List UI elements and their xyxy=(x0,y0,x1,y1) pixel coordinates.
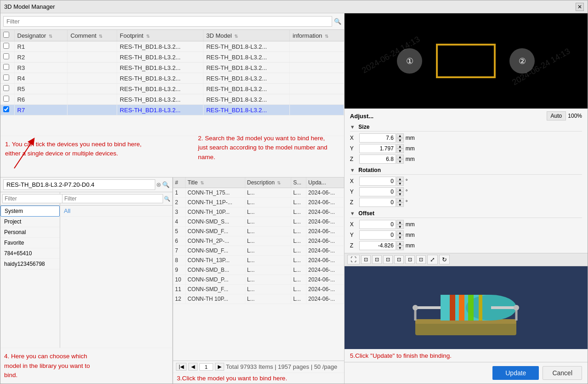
title-bar: 3D Model Manager ✕ xyxy=(0,0,588,13)
off-x-up[interactable]: ▲ xyxy=(396,220,404,224)
search-go-icon[interactable]: 🔍 xyxy=(162,181,170,188)
result-row[interactable]: 6 CONN-TH_2P-... L... L... 2024-06-... xyxy=(173,236,344,246)
result-upd: 2024-06-... xyxy=(306,294,344,304)
rot-x-input[interactable] xyxy=(359,177,396,186)
filter-input[interactable] xyxy=(3,16,332,27)
offset-collapse-arrow[interactable]: ▼ xyxy=(350,211,355,216)
result-row[interactable]: 1 CONN-TH_175... L... L... 2024-06-... xyxy=(173,188,344,198)
page-number-input[interactable] xyxy=(199,363,213,371)
fullscreen-btn[interactable]: ⛶ xyxy=(347,255,360,264)
search-clear-icon[interactable]: ⊗ xyxy=(156,181,161,188)
result-row[interactable]: 5 CONN-SMD_F... L... L... 2024-06-... xyxy=(173,227,344,236)
result-row[interactable]: 11 CONN-SMD_F... L... L... 2024-06-... xyxy=(173,285,344,294)
size-x-up[interactable]: ▲ xyxy=(396,133,404,138)
off-z-input[interactable] xyxy=(359,241,396,250)
select-all-checkbox[interactable] xyxy=(3,32,9,38)
result-desc: L... xyxy=(245,207,291,217)
size-collapse-arrow[interactable]: ▼ xyxy=(350,124,355,130)
result-upd: 2024-06-... xyxy=(306,198,344,207)
cancel-button[interactable]: Cancel xyxy=(543,366,582,380)
refresh-btn[interactable]: ↻ xyxy=(439,255,450,264)
subcat-filter-input[interactable] xyxy=(62,194,163,203)
table-row[interactable]: R6 RES-TH_BD1.8-L3.2... RES-TH_BD1.8-L3.… xyxy=(0,94,344,105)
category-item[interactable]: System xyxy=(0,206,60,217)
update-button[interactable]: Update xyxy=(492,366,539,380)
table-row[interactable]: R4 RES-TH_BD1.8-L3.2... RES-TH_BD1.8-L3.… xyxy=(0,73,344,84)
subcat-item-all[interactable]: All xyxy=(60,206,172,217)
rot-y-up[interactable]: ▲ xyxy=(396,187,404,192)
row-checkbox[interactable] xyxy=(3,85,9,91)
off-x-down[interactable]: ▼ xyxy=(396,224,404,229)
result-row[interactable]: 3 CONN-TH_10P... L... L... 2024-06-... xyxy=(173,207,344,217)
result-title: CONN-SMD_F... xyxy=(186,227,245,236)
table-row[interactable]: R7 RES-TH_BD1.8-L3.2... RES-TH_BD1.8-L3.… xyxy=(0,105,344,115)
rot-z-down[interactable]: ▼ xyxy=(396,202,404,207)
rotation-collapse-arrow[interactable]: ▼ xyxy=(350,167,355,173)
expand-btn[interactable]: ⤢ xyxy=(427,255,438,264)
close-button[interactable]: ✕ xyxy=(576,3,584,11)
rot-y-input[interactable] xyxy=(359,187,396,196)
view-btn-3[interactable]: ⊡ xyxy=(383,255,393,264)
result-upd: 2024-06-... xyxy=(306,227,344,236)
category-item[interactable]: Favorite xyxy=(0,238,60,248)
row-checkbox[interactable] xyxy=(3,75,9,80)
auto-button[interactable]: Auto xyxy=(547,111,566,120)
result-row[interactable]: 2 CONN-TH_11P-... L... L... 2024-06-... xyxy=(173,198,344,207)
table-row[interactable]: R3 RES-TH_BD1.8-L3.2... RES-TH_BD1.8-L3.… xyxy=(0,63,344,73)
view-btn-6[interactable]: ⊡ xyxy=(416,255,426,264)
result-desc: L... xyxy=(245,227,291,236)
row-checkbox[interactable] xyxy=(3,43,9,49)
view-btn-2[interactable]: ⊡ xyxy=(372,255,382,264)
rot-x-down[interactable]: ▼ xyxy=(396,181,404,186)
result-row[interactable]: 4 CONN-SMD_S... L... L... 2024-06-... xyxy=(173,217,344,227)
model-search-input[interactable] xyxy=(3,179,155,190)
off-z-up[interactable]: ▲ xyxy=(396,241,404,246)
table-row[interactable]: R5 RES-TH_BD1.8-L3.2... RES-TH_BD1.8-L3.… xyxy=(0,84,344,94)
category-item[interactable]: Personal xyxy=(0,227,60,238)
result-row[interactable]: 7 CONN-SMD_F... L... L... 2024-06-... xyxy=(173,246,344,256)
result-row[interactable]: 10 CONN-SMD_P... L... L... 2024-06-... xyxy=(173,275,344,285)
row-checkbox[interactable] xyxy=(3,64,9,70)
result-upd: 2024-06-... xyxy=(306,265,344,275)
off-x-input[interactable] xyxy=(359,220,396,229)
view-btn-5[interactable]: ⊡ xyxy=(405,255,415,264)
row-checkbox[interactable] xyxy=(3,106,9,112)
size-y-down[interactable]: ▼ xyxy=(396,149,404,153)
size-y-up[interactable]: ▲ xyxy=(396,144,404,149)
rot-z-up[interactable]: ▲ xyxy=(396,198,404,202)
off-z-down[interactable]: ▼ xyxy=(396,246,404,250)
cell-model: RES-TH_BD1.8-L3.2... xyxy=(203,94,289,105)
page-next-btn[interactable]: ▶ xyxy=(215,363,224,371)
view-btn-4[interactable]: ⊡ xyxy=(394,255,404,264)
component-table-section: Designator ⇅ Comment ⇅ Footprint ⇅ 3D Mo… xyxy=(0,30,344,136)
size-section-header: ▼ Size xyxy=(350,123,582,132)
cell-info xyxy=(290,94,344,105)
size-z-up[interactable]: ▲ xyxy=(396,155,404,159)
size-x-spinners: ▲ ▼ xyxy=(396,133,404,143)
page-first-btn[interactable]: |◀ xyxy=(176,363,187,371)
off-y-input[interactable] xyxy=(359,230,396,240)
result-row[interactable]: 9 CONN-SMD_B... L... L... 2024-06-... xyxy=(173,265,344,275)
size-x-down[interactable]: ▼ xyxy=(396,138,404,143)
result-row[interactable]: 8 CONN-TH_13P... L... L... 2024-06-... xyxy=(173,256,344,265)
category-item[interactable]: Project xyxy=(0,217,60,227)
size-y-input[interactable] xyxy=(359,144,396,153)
size-z-input[interactable] xyxy=(359,155,396,164)
table-row[interactable]: R2 RES-TH_BD1.8-L3.2... RES-TH_BD1.8-L3.… xyxy=(0,52,344,63)
category-item[interactable]: haidy123456798 xyxy=(0,259,60,269)
off-y-up[interactable]: ▲ xyxy=(396,230,404,235)
rot-z-input[interactable] xyxy=(359,198,396,207)
page-prev-btn[interactable]: ◀ xyxy=(188,363,198,371)
filter-search-icon[interactable]: 🔍 xyxy=(334,18,341,25)
result-row[interactable]: 12 CONN-TH 10P... L... L... 2024-06-... xyxy=(173,294,344,304)
size-z-down[interactable]: ▼ xyxy=(396,159,404,164)
rot-y-down[interactable]: ▼ xyxy=(396,192,404,196)
size-x-input[interactable] xyxy=(359,133,396,143)
row-checkbox[interactable] xyxy=(3,96,9,102)
row-checkbox[interactable] xyxy=(3,53,9,59)
view-btn-1[interactable]: ⊡ xyxy=(361,255,371,264)
off-y-down[interactable]: ▼ xyxy=(396,235,404,240)
table-row[interactable]: R1 RES-TH_BD1.8-L3.2... RES-TH_BD1.8-L3.… xyxy=(0,41,344,52)
category-item[interactable]: 784+65410 xyxy=(0,248,60,259)
rot-x-up[interactable]: ▲ xyxy=(396,177,404,181)
